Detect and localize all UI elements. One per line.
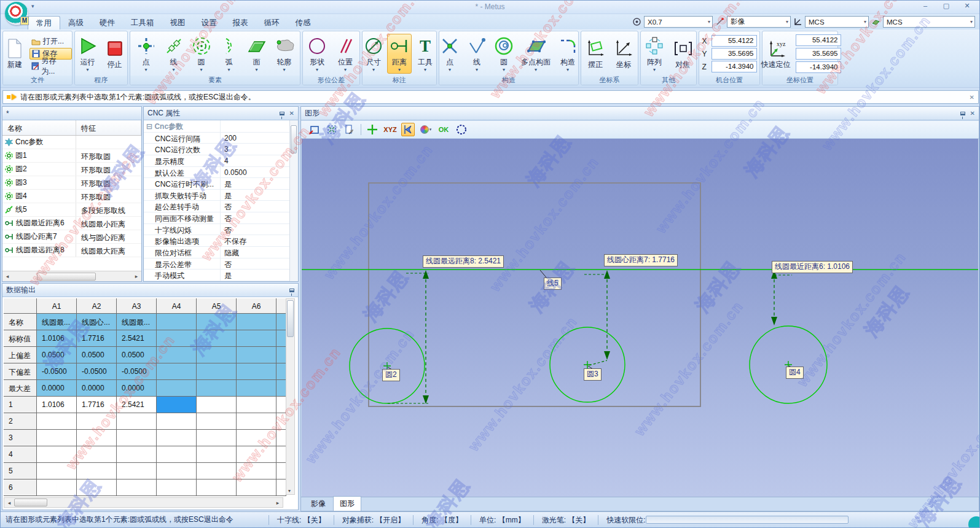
sheet-cell[interactable] xyxy=(37,463,77,479)
sheet-cell[interactable] xyxy=(77,479,117,496)
sheet-cell[interactable] xyxy=(117,430,157,446)
ok-button[interactable]: OK xyxy=(437,123,450,136)
sheet-cell[interactable]: 0.0000 xyxy=(37,380,77,397)
property-row[interactable]: 限位对话框隐藏 xyxy=(144,247,289,258)
sheet-vscrollbar[interactable]: ▾ xyxy=(286,298,295,495)
fit-view-button[interactable] xyxy=(325,123,339,136)
sheet-cell[interactable]: -0.0500 xyxy=(117,363,157,380)
sheet-cell[interactable] xyxy=(197,430,237,446)
magnification-combo[interactable]: X0.7▾ xyxy=(644,16,713,28)
sheet-cell[interactable]: 1.7716 xyxy=(77,330,117,347)
save-as-button[interactable]: 另存为... xyxy=(29,60,72,72)
sheet-cell[interactable]: 0.0500 xyxy=(117,347,157,363)
property-row[interactable]: CNC运行间隔200 xyxy=(144,133,289,144)
sheet-col-header[interactable]: A6 xyxy=(237,298,276,314)
element-row-circle3[interactable]: 圆3 环形取圆 xyxy=(2,176,141,190)
element-contour-button[interactable]: 轮廓 ▾ xyxy=(273,34,296,73)
sheet-cell[interactable] xyxy=(117,446,157,463)
stop-button[interactable]: 停止 xyxy=(103,37,127,71)
gdt-form-button[interactable]: 形状 ▾ xyxy=(305,34,329,73)
sheet-cell[interactable] xyxy=(37,479,77,496)
sheet-cell[interactable] xyxy=(77,446,117,463)
line5-label[interactable]: 线5 xyxy=(544,278,562,290)
sheet-cell[interactable] xyxy=(237,397,276,413)
sheet-selected-cell[interactable] xyxy=(157,397,197,413)
sheet-col-header[interactable]: A3 xyxy=(117,298,157,314)
open-button[interactable]: 打开... xyxy=(29,36,72,47)
probe-pen-icon[interactable] xyxy=(715,17,724,26)
sheet-cell[interactable] xyxy=(197,330,237,347)
property-row[interactable]: 十字线闪烁否 xyxy=(144,224,289,236)
element-row-cnc[interactable]: Cnc参数 xyxy=(2,136,141,149)
panel-close-icon[interactable]: ✕ xyxy=(289,110,294,117)
element-row-line5[interactable]: 线5 多段矩形取线 xyxy=(2,203,141,217)
sheet-cell[interactable] xyxy=(157,479,197,496)
property-row[interactable]: 显示精度4 xyxy=(144,155,289,167)
tab-image-view[interactable]: 影像 xyxy=(305,497,332,511)
sheet-cell[interactable] xyxy=(237,314,276,330)
property-group-row[interactable]: ⊟ Cnc参数 xyxy=(144,120,289,133)
sheet-cell[interactable]: 线圆心... xyxy=(77,314,117,330)
sheet-cell[interactable]: 0.0500 xyxy=(37,347,77,363)
color-picker-button[interactable]: ▾ xyxy=(419,123,433,136)
sheet-cell[interactable] xyxy=(77,430,117,446)
construct-construct-button[interactable]: 构造 ▾ xyxy=(556,34,579,73)
status-angle-unit[interactable]: 角度: 【度】 xyxy=(413,515,471,525)
sheet-cell[interactable] xyxy=(197,380,237,397)
construct-circle-button[interactable]: 圆 ▾ xyxy=(492,34,515,73)
construct-line-button[interactable]: 线 ▾ xyxy=(465,34,488,73)
sheet-cell[interactable] xyxy=(77,463,117,479)
sheet-cell[interactable] xyxy=(197,413,237,430)
run-button[interactable]: 运行 ▾ xyxy=(76,34,100,73)
pin-icon[interactable] xyxy=(960,112,965,115)
column-name[interactable]: 名称 xyxy=(2,120,76,135)
sheet-cell[interactable] xyxy=(157,430,197,446)
sheet-cell[interactable] xyxy=(157,463,197,479)
snapshot-button[interactable] xyxy=(343,123,356,136)
minimize-button[interactable]: – xyxy=(919,2,931,12)
dimension6-label[interactable]: 线圆最近距离6: 1.0106 xyxy=(772,261,853,273)
sheet-cell[interactable] xyxy=(157,446,197,463)
sheet-cell[interactable]: 2.5421 xyxy=(117,330,157,347)
crosshair-toggle-button[interactable] xyxy=(366,123,379,136)
new-button[interactable]: 新建 xyxy=(3,37,26,71)
sheet-cell[interactable]: -0.0500 xyxy=(77,363,117,380)
sheet-cell[interactable] xyxy=(117,479,157,496)
circle2-label[interactable]: 圆2 xyxy=(382,369,400,381)
sheet-cell[interactable] xyxy=(157,314,197,330)
status-length-unit[interactable]: 单位: 【mm】 xyxy=(471,515,533,525)
pin-icon[interactable] xyxy=(280,112,284,115)
tab-graphics-view[interactable]: 图形 xyxy=(333,496,361,511)
sheet-cell[interactable] xyxy=(197,446,237,463)
property-row[interactable]: CNC运行时不刷...是 xyxy=(144,178,289,190)
property-row[interactable]: 影像输出选项不保存 xyxy=(144,235,289,247)
sheet-cell[interactable] xyxy=(197,363,237,380)
sheet-cell[interactable] xyxy=(37,430,77,446)
element-row-circle4[interactable]: 圆4 环形取圆 xyxy=(2,190,141,203)
sheet-col-header[interactable]: A1 xyxy=(37,298,77,314)
focus-button[interactable]: 对焦 xyxy=(671,37,694,71)
column-feature[interactable]: 特征 xyxy=(76,120,141,135)
sheet-cell[interactable]: 1.0106 xyxy=(37,330,77,347)
sheet-cell[interactable] xyxy=(197,463,237,479)
coord-button[interactable]: 坐标 xyxy=(612,37,635,71)
element-point-button[interactable]: 点 ▾ xyxy=(135,34,158,73)
sheet-cell[interactable] xyxy=(237,479,276,496)
dim-size-button[interactable]: 尺寸 ▾ xyxy=(362,34,385,73)
sheet-cell[interactable] xyxy=(237,347,276,363)
zoom-window-button[interactable] xyxy=(307,123,321,136)
quick-access-dropdown-icon[interactable]: ▾ xyxy=(31,3,34,9)
sheet-cell[interactable] xyxy=(37,446,77,463)
sheet-col-header[interactable]: A5 xyxy=(197,298,237,314)
element-row-circle2[interactable]: 圆2 环形取圆 xyxy=(2,163,141,176)
panel-close-icon[interactable]: ✕ xyxy=(970,110,975,117)
sheet-cell[interactable]: 2.5421 xyxy=(117,397,157,413)
align-button[interactable]: 摆正 xyxy=(584,37,607,71)
cnc-panel-vscrollbar[interactable] xyxy=(289,120,298,281)
element-row-circle1[interactable]: 圆1 环形取圆 xyxy=(2,149,141,163)
sheet-cell[interactable] xyxy=(237,380,276,397)
sheet-cell[interactable] xyxy=(157,363,197,380)
sheet-cell[interactable] xyxy=(197,397,237,413)
sheet-cell[interactable]: 线圆最... xyxy=(117,314,157,330)
pin-icon[interactable] xyxy=(289,289,294,292)
